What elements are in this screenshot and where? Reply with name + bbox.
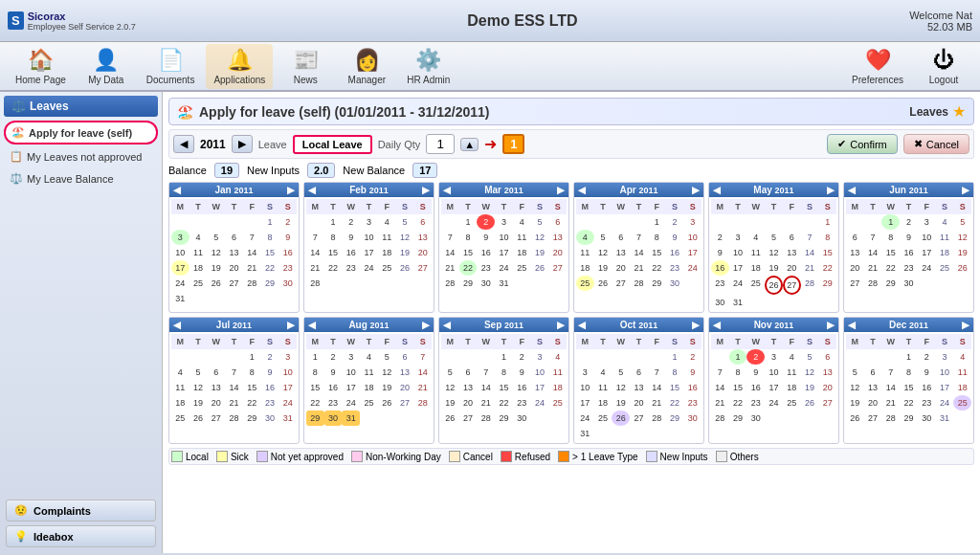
qty-up-btn[interactable]: ▲ (460, 138, 479, 151)
cal-day-jan-7[interactable]: 7 (243, 230, 261, 245)
cal-day-jun-17[interactable]: 17 (918, 245, 936, 260)
cal-day-aug-7[interactable]: 7 (413, 349, 432, 365)
cal-day-apr-19[interactable]: 19 (594, 260, 612, 276)
cal-day-jun-21[interactable]: 21 (864, 260, 882, 276)
cal-day-jan-2[interactable]: 2 (278, 214, 297, 230)
cal-day-sep-16[interactable]: 16 (513, 380, 531, 395)
cal-day-jul-31[interactable]: 31 (278, 411, 297, 426)
cancel-btn[interactable]: ✖ Cancel (903, 134, 969, 154)
cal-day-sep-23[interactable]: 23 (513, 395, 531, 411)
cal-day-dec-8[interactable]: 8 (900, 365, 918, 380)
cal-next-jan[interactable]: ▶ (287, 185, 295, 195)
cal-day-feb-7[interactable]: 7 (306, 230, 324, 245)
cal-day-feb-22[interactable]: 22 (324, 260, 343, 276)
cal-day-nov-27[interactable]: 27 (818, 395, 836, 411)
cal-day-may-7[interactable]: 7 (801, 230, 819, 245)
cal-day-dec-12[interactable]: 12 (846, 380, 864, 395)
cal-day-aug-19[interactable]: 19 (378, 380, 396, 395)
cal-day-jan-18[interactable]: 18 (189, 260, 208, 276)
cal-day-dec-23[interactable]: 23 (918, 395, 936, 411)
cal-day-nov-24[interactable]: 24 (765, 395, 783, 411)
cal-day-oct-29[interactable]: 29 (666, 411, 684, 426)
cal-day-dec-14[interactable]: 14 (881, 380, 900, 395)
cal-day-apr-7[interactable]: 7 (630, 230, 648, 245)
cal-day-oct-2[interactable]: 2 (683, 349, 702, 365)
cal-day-nov-16[interactable]: 16 (746, 380, 765, 395)
cal-day-nov-10[interactable]: 10 (765, 365, 783, 380)
cal-day-jul-10[interactable]: 10 (278, 365, 297, 380)
cal-day-may-17[interactable]: 17 (729, 260, 747, 276)
cal-day-jun-13[interactable]: 13 (846, 245, 864, 260)
cal-day-apr-18[interactable]: 18 (576, 260, 594, 276)
cal-day-aug-23[interactable]: 23 (324, 395, 343, 411)
nav-hradmin[interactable]: ⚙️ HR Admin (399, 44, 457, 89)
cal-day-jan-24[interactable]: 24 (171, 276, 189, 291)
cal-day-may-18[interactable]: 18 (746, 260, 765, 276)
cal-day-sep-3[interactable]: 3 (531, 349, 549, 365)
cal-day-jan-22[interactable]: 22 (261, 260, 279, 276)
cal-day-apr-11[interactable]: 11 (576, 245, 594, 260)
cal-day-aug-31[interactable]: 31 (342, 411, 360, 426)
cal-day-feb-24[interactable]: 24 (360, 260, 378, 276)
cal-day-dec-30[interactable]: 30 (918, 411, 936, 426)
cal-day-may-9[interactable]: 9 (711, 245, 729, 260)
cal-day-jun-15[interactable]: 15 (881, 245, 900, 260)
cal-day-oct-8[interactable]: 8 (666, 365, 684, 380)
cal-day-oct-19[interactable]: 19 (612, 395, 630, 411)
cal-day-may-4[interactable]: 4 (746, 230, 765, 245)
cal-next-aug[interactable]: ▶ (422, 320, 430, 330)
cal-day-nov-17[interactable]: 17 (765, 380, 783, 395)
cal-day-jul-1[interactable]: 1 (243, 349, 261, 365)
cal-day-sep-21[interactable]: 21 (477, 395, 495, 411)
cal-day-apr-8[interactable]: 8 (648, 230, 666, 245)
cal-day-apr-23[interactable]: 23 (666, 260, 684, 276)
cal-day-may-8[interactable]: 8 (818, 230, 836, 245)
cal-day-jan-13[interactable]: 13 (225, 245, 243, 260)
cal-prev-apr[interactable]: ◀ (578, 185, 586, 195)
cal-day-jan-27[interactable]: 27 (225, 276, 243, 291)
sidebar-item-not-approved[interactable]: 📋 My Leaves not approved (4, 146, 158, 166)
cal-day-nov-2[interactable]: 2 (746, 349, 765, 365)
cal-day-jun-12[interactable]: 12 (953, 230, 971, 245)
cal-day-mar-20[interactable]: 20 (548, 245, 567, 260)
cal-day-oct-20[interactable]: 20 (630, 395, 648, 411)
cal-day-nov-9[interactable]: 9 (746, 365, 765, 380)
cal-day-may-11[interactable]: 11 (746, 245, 765, 260)
cal-day-mar-15[interactable]: 15 (459, 245, 478, 260)
cal-day-oct-25[interactable]: 25 (594, 411, 612, 426)
cal-day-may-26[interactable]: 26 (765, 276, 783, 295)
cal-day-jun-7[interactable]: 7 (864, 230, 882, 245)
cal-day-oct-7[interactable]: 7 (648, 365, 666, 380)
cal-day-may-5[interactable]: 5 (765, 230, 783, 245)
cal-day-may-28[interactable]: 28 (801, 276, 819, 295)
cal-day-nov-14[interactable]: 14 (711, 380, 729, 395)
cal-day-jun-8[interactable]: 8 (881, 230, 900, 245)
cal-day-sep-26[interactable]: 26 (441, 411, 459, 426)
cal-day-jan-20[interactable]: 20 (225, 260, 243, 276)
cal-day-aug-15[interactable]: 15 (306, 380, 324, 395)
cal-day-may-2[interactable]: 2 (711, 230, 729, 245)
cal-day-aug-25[interactable]: 25 (360, 395, 378, 411)
cal-day-jul-6[interactable]: 6 (207, 365, 225, 380)
cal-day-oct-5[interactable]: 5 (612, 365, 630, 380)
cal-day-jan-9[interactable]: 9 (278, 230, 297, 245)
cal-day-apr-4[interactable]: 4 (576, 230, 594, 245)
cal-day-apr-6[interactable]: 6 (612, 230, 630, 245)
cal-day-jul-18[interactable]: 18 (171, 395, 189, 411)
cal-day-feb-27[interactable]: 27 (413, 260, 432, 276)
cal-day-oct-24[interactable]: 24 (576, 411, 594, 426)
cal-day-mar-21[interactable]: 21 (441, 260, 459, 276)
cal-day-apr-29[interactable]: 29 (648, 276, 666, 291)
cal-day-aug-12[interactable]: 12 (378, 365, 396, 380)
cal-day-jan-10[interactable]: 10 (171, 245, 189, 260)
cal-day-oct-16[interactable]: 16 (683, 380, 702, 395)
cal-day-may-27[interactable]: 27 (783, 276, 801, 295)
cal-day-oct-10[interactable]: 10 (576, 380, 594, 395)
cal-day-jun-5[interactable]: 5 (953, 214, 971, 230)
cal-prev-dec[interactable]: ◀ (848, 320, 856, 330)
cal-day-may-25[interactable]: 25 (746, 276, 765, 295)
cal-day-jul-7[interactable]: 7 (225, 365, 243, 380)
cal-prev-oct[interactable]: ◀ (578, 320, 586, 330)
cal-day-jul-14[interactable]: 14 (225, 380, 243, 395)
cal-day-feb-23[interactable]: 23 (342, 260, 360, 276)
